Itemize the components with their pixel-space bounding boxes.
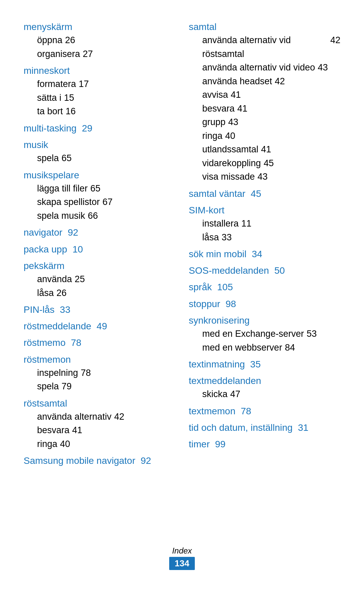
index-subterm: spela musik 66	[24, 209, 175, 223]
index-subterm: vidarekoppling 45	[189, 156, 340, 170]
index-term-number: 45	[248, 188, 261, 199]
subterm-text: spela	[37, 380, 59, 393]
index-subterm: skicka 47	[189, 387, 340, 401]
index-term-block: musikspela 65	[24, 138, 175, 165]
index-term-block: textmemon 78	[189, 405, 340, 418]
index-term-line: röstmeddelande 49	[24, 320, 175, 333]
index-term: röstmeddelande	[24, 321, 91, 331]
index-term-line: menyskärm	[24, 20, 175, 33]
subterm-number: 26	[65, 33, 75, 47]
index-term-number: 78	[238, 406, 251, 416]
index-term: röstmemon	[24, 354, 71, 365]
index-term-number: 49	[94, 321, 107, 331]
index-term-block: röstmemo 78	[24, 336, 175, 349]
index-subterm: inspelning 78	[24, 366, 175, 380]
index-subterm: låsa 26	[24, 286, 175, 300]
footer-page: 134	[169, 557, 194, 570]
index-term-block: PIN-lås 33	[24, 303, 175, 316]
index-subterm: organisera 27	[24, 47, 175, 61]
subterm-text: skicka	[202, 387, 228, 401]
subterm-text: använda alternativ vid video	[202, 61, 315, 74]
index-term-block: textmeddelandenskicka 47	[189, 374, 340, 401]
index-subterm: besvara 41	[24, 423, 175, 437]
index-term: pekskärm	[24, 261, 64, 271]
subterm-number: 42	[114, 410, 124, 424]
index-term-number: 34	[249, 249, 262, 259]
subterm-number: 41	[261, 143, 271, 156]
index-term-line: samtal	[189, 20, 340, 33]
index-term-line: minneskort	[24, 64, 175, 77]
index-term: stoppur	[189, 299, 220, 309]
index-term: navigator	[24, 227, 62, 238]
subterm-text: ta bort	[37, 105, 63, 118]
footer-label: Index	[24, 546, 340, 556]
subterm-text: lägga till filer	[37, 182, 88, 196]
index-term-line: textinmatning 35	[189, 358, 340, 371]
index-term-number: 92	[65, 227, 78, 238]
subterm-text: organisera	[37, 47, 80, 61]
index-subterm: använda alternativ 42	[24, 410, 175, 424]
subterm-number: 41	[72, 423, 82, 437]
subterm-number: 42	[330, 33, 340, 61]
index-term-block: timer 99	[189, 438, 340, 451]
index-term: röstsamtal	[24, 398, 67, 409]
index-subterm: besvara 41	[189, 102, 340, 116]
subterm-number: 16	[66, 105, 76, 118]
index-term: musik	[24, 140, 48, 150]
index-term-line: multi-tasking 29	[24, 122, 175, 135]
index-term-line: samtal väntar 45	[189, 187, 340, 200]
index-subterm: utlandssamtal 41	[189, 143, 340, 156]
subterm-text: spela	[37, 151, 59, 165]
index-term-block: multi-tasking 29	[24, 122, 175, 135]
index-term-number: 50	[272, 265, 285, 276]
index-term-number: 78	[68, 337, 81, 348]
subterm-number: 43	[257, 170, 268, 184]
index-term-line: SOS-meddelanden 50	[189, 264, 340, 277]
index-term: menyskärm	[24, 22, 72, 32]
index-subterm: ringa 40	[24, 437, 175, 451]
subterm-text: med en webbserver	[202, 341, 282, 355]
index-term-block: språk 105	[189, 280, 340, 294]
index-subterm: använda headset 42	[189, 74, 340, 88]
subterm-text: inspelning	[37, 366, 78, 380]
index-subterm: avvisa 41	[189, 88, 340, 102]
subterm-text: låsa	[202, 231, 219, 244]
index-term-line: musikspelare	[24, 169, 175, 182]
index-term-block: sök min mobil 34	[189, 247, 340, 261]
index-term-block: pekskärmanvända 25låsa 26	[24, 259, 175, 300]
index-term: packa upp	[24, 244, 67, 255]
subterm-number: 33	[222, 231, 232, 244]
subterm-text: använda alternativ	[37, 410, 112, 424]
index-subterm: visa missade 43	[189, 170, 340, 184]
index-subterm: med en Exchange-server 53	[189, 327, 340, 341]
index-subterm: spela 65	[24, 151, 175, 165]
index-term-block: SOS-meddelanden 50	[189, 264, 340, 277]
index-term-line: musik	[24, 138, 175, 151]
subterm-number: 79	[62, 380, 72, 393]
subterm-number: 43	[228, 115, 238, 129]
index-term-number: 10	[70, 244, 83, 255]
subterm-text: grupp	[202, 115, 225, 129]
subterm-text: utlandssamtal	[202, 143, 259, 156]
subterm-number: 45	[264, 156, 274, 170]
subterm-text: besvara	[37, 423, 69, 437]
subterm-text: ringa	[37, 437, 57, 451]
index-term-line: navigator 92	[24, 226, 175, 239]
index-term: textmeddelanden	[189, 376, 261, 386]
index-term-line: stoppur 98	[189, 297, 340, 310]
index-term: textinmatning	[189, 359, 245, 369]
index-subterm: ringa 40	[189, 129, 340, 143]
subterm-text: sätta i	[37, 91, 61, 105]
index-subterm: använda 25	[24, 272, 175, 286]
index-term: språk	[189, 282, 212, 292]
subterm-number: 40	[60, 437, 70, 451]
index-subterm: spela 79	[24, 380, 175, 393]
index-subterm: använda alternativ vid röstsamtal 42	[189, 33, 340, 61]
index-subterm: grupp 43	[189, 115, 340, 129]
index-term-number: 29	[79, 123, 92, 133]
subterm-text: avvisa	[202, 88, 228, 102]
index-term-block: röstmemoninspelning 78spela 79	[24, 353, 175, 393]
index-term: textmemon	[189, 406, 236, 416]
page-container: menyskärmöppna 26organisera 27minneskort…	[0, 0, 364, 597]
index-term: SIM-kort	[189, 205, 224, 215]
